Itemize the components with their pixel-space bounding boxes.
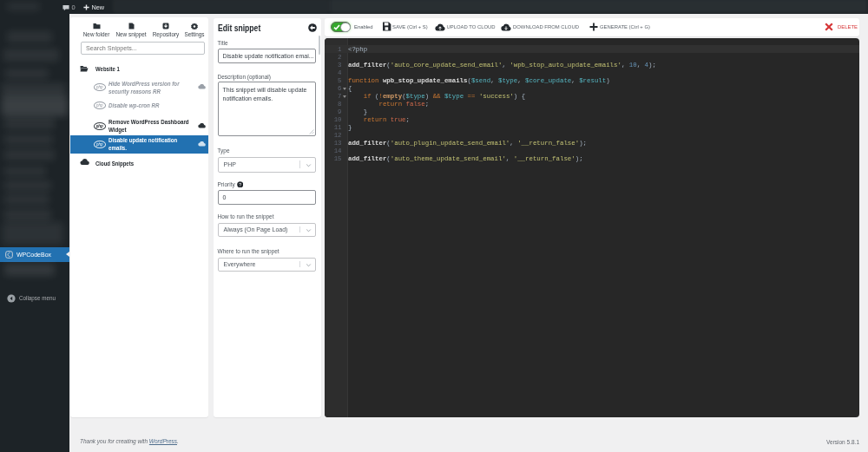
svg-text:?: ?	[239, 181, 241, 187]
